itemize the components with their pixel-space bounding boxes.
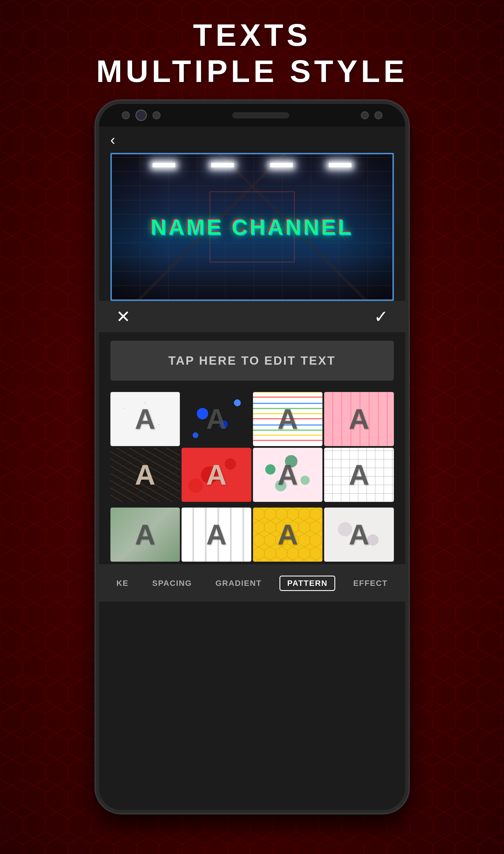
style-item-1[interactable]: A — [110, 392, 180, 446]
preview-container: NAME CHANNEL — [110, 153, 394, 301]
light-2 — [211, 163, 234, 167]
style-letter-12: A — [348, 518, 369, 551]
nav-item-gradient[interactable]: GRADIENT — [210, 576, 267, 591]
nav-item-spacing[interactable]: SPACING — [147, 576, 198, 591]
confirm-button[interactable]: ✓ — [374, 307, 388, 326]
phone-mockup: ‹ NAME CHANNEL — [0, 101, 504, 813]
style-item-6[interactable]: A — [182, 448, 251, 502]
style-item-7[interactable]: A — [253, 448, 323, 502]
style-letter-5: A — [135, 459, 156, 491]
camera-cluster-right — [361, 111, 382, 119]
page-title-section: TEXTS MULTIPLE STYLE — [0, 0, 504, 101]
ceiling-lights — [112, 163, 393, 167]
style-letter-1: A — [135, 403, 156, 435]
light-3 — [270, 163, 293, 167]
volume-silent-button — [96, 184, 97, 201]
camera-dot-main — [136, 110, 147, 121]
nav-item-pattern[interactable]: PATTERN — [280, 575, 335, 591]
style-letter-11: A — [277, 518, 298, 551]
style-item-11[interactable]: A — [253, 508, 323, 562]
nav-label-pattern: PATTERN — [287, 579, 327, 588]
style-letter-2: A — [206, 403, 227, 435]
style-item-10[interactable]: A — [182, 508, 251, 562]
style-letter-10: A — [206, 518, 227, 551]
nav-item-effect[interactable]: EFFECT — [347, 576, 393, 591]
style-item-9[interactable]: A — [110, 508, 180, 562]
style-grid-partial: A A A A — [99, 508, 405, 565]
style-letter-4: A — [348, 403, 369, 435]
camera-cluster-left — [122, 110, 161, 121]
nav-label-gradient: GRADIENT — [215, 579, 262, 588]
nav-item-stroke[interactable]: KE — [111, 576, 134, 591]
camera-dot-sensor — [152, 111, 161, 119]
nav-label-effect: EFFECT — [353, 579, 388, 588]
style-letter-6: A — [206, 459, 227, 491]
cancel-button[interactable]: ✕ — [116, 307, 130, 326]
bottom-nav: KE SPACING GRADIENT PATTERN EFFECT — [99, 565, 405, 602]
style-item-3[interactable]: A — [253, 392, 323, 446]
style-item-4[interactable]: A — [324, 392, 394, 446]
style-item-2[interactable]: A — [182, 392, 251, 446]
action-bar: ✕ ✓ — [99, 301, 405, 332]
page-title-line1: TEXTS MULTIPLE STYLE — [0, 17, 504, 89]
nav-label-stroke: KE — [116, 579, 129, 588]
style-item-8[interactable]: A — [324, 448, 394, 502]
phone-top-bar — [99, 104, 405, 127]
edit-text-box[interactable]: TAP HERE TO EDIT TEXT — [110, 341, 394, 380]
style-grid: A A A A A A A — [99, 389, 405, 508]
nav-label-spacing: SPACING — [152, 579, 192, 588]
style-letter-8: A — [348, 459, 369, 491]
power-button — [407, 203, 409, 232]
camera-dot-small — [122, 111, 130, 119]
back-button[interactable]: ‹ — [110, 132, 115, 147]
volume-up-button — [96, 212, 97, 241]
style-item-12[interactable]: A — [324, 508, 394, 562]
volume-down-button — [96, 249, 97, 278]
style-letter-9: A — [135, 518, 156, 551]
light-4 — [329, 163, 352, 167]
phone-screen: ‹ NAME CHANNEL — [99, 127, 405, 810]
phone-body: ‹ NAME CHANNEL — [96, 101, 409, 813]
edit-text-label: TAP HERE TO EDIT TEXT — [168, 354, 336, 368]
light-1 — [152, 163, 175, 167]
speaker-grille — [232, 112, 289, 119]
preview-canvas[interactable]: NAME CHANNEL — [110, 153, 394, 301]
screen-header: ‹ — [99, 127, 405, 153]
style-letter-3: A — [277, 403, 298, 435]
style-letter-7: A — [277, 459, 298, 491]
channel-name-text[interactable]: NAME CHANNEL — [150, 215, 353, 239]
front-camera — [361, 111, 369, 119]
face-sensor — [375, 111, 382, 119]
style-item-5[interactable]: A — [110, 448, 180, 502]
